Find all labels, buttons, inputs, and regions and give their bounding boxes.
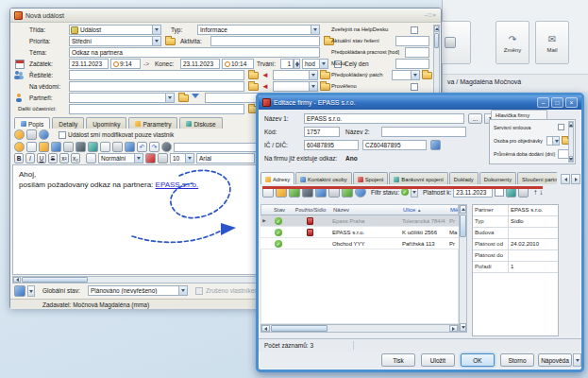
module-field[interactable]: [395, 59, 429, 69]
owner-only-checkbox[interactable]: [59, 131, 66, 139]
scroll-left-arrow[interactable]: [261, 325, 270, 332]
web-icon[interactable]: [39, 129, 49, 140]
scrollbar-thumb[interactable]: [22, 277, 88, 283]
close-icon[interactable]: ×: [565, 97, 578, 108]
scroll-right-arrow[interactable]: [449, 325, 458, 332]
folder-open-icon[interactable]: [39, 142, 49, 152]
filter-funnel-icon[interactable]: [192, 93, 200, 102]
world-icon[interactable]: [14, 142, 25, 152]
priority-combo[interactable]: Střední: [69, 36, 161, 46]
service-contract-checkbox[interactable]: [558, 124, 564, 130]
tab-adresy[interactable]: Adresy: [260, 172, 294, 184]
cancel-button[interactable]: Storno: [500, 353, 534, 367]
close-icon[interactable]: ×: [432, 12, 437, 18]
type-combo[interactable]: Informace: [197, 25, 320, 35]
folder-icon[interactable]: [178, 94, 189, 102]
duration-stepper[interactable]: [294, 59, 300, 69]
event-window-titlebar[interactable]: Nová událost – □ ×: [10, 9, 441, 23]
redo-icon[interactable]: ↷: [149, 142, 160, 152]
table-row[interactable]: ▶ ✓ Epass Praha Tolerancká 784/4 Pr: [260, 215, 459, 227]
underline-button[interactable]: U: [37, 153, 46, 163]
head-panel-scrollbar[interactable]: [568, 121, 574, 163]
tab-spojeni[interactable]: Spojení: [353, 172, 389, 184]
tab-detaily[interactable]: Detaily: [52, 117, 84, 129]
tab-scroll-left[interactable]: [561, 174, 570, 184]
solvers-field[interactable]: [69, 70, 244, 80]
end-date-field[interactable]: 23.11.2023: [180, 59, 220, 69]
assign-left-icon[interactable]: ◄: [261, 81, 269, 92]
subscript-button[interactable]: x₂: [71, 153, 80, 163]
book-icon[interactable]: [88, 142, 98, 152]
help-button[interactable]: Nápověda: [538, 353, 572, 367]
scroll-down-arrow[interactable]: [460, 323, 466, 332]
undo-icon[interactable]: ↶: [137, 142, 147, 152]
grid-icon[interactable]: [26, 129, 37, 140]
code-field[interactable]: 1757: [304, 127, 340, 137]
ic-field[interactable]: 60487895: [304, 140, 359, 150]
duration-unit-combo[interactable]: hod: [302, 59, 328, 69]
dic-field[interactable]: CZ60487895: [362, 140, 427, 150]
folder-icon[interactable]: [422, 72, 432, 79]
start-date-field[interactable]: 23.11.2023: [69, 59, 109, 69]
assign-left-icon[interactable]: ◄: [261, 70, 269, 80]
lookup-button[interactable]: ...: [468, 113, 482, 124]
folder-icon[interactable]: [248, 83, 259, 91]
tab-doklady[interactable]: Doklady: [449, 172, 479, 184]
folder-icon[interactable]: [248, 72, 259, 79]
help-dropdown[interactable]: [573, 353, 581, 367]
save-icon[interactable]: [51, 142, 61, 152]
tab-upominky[interactable]: Upomínky: [86, 117, 126, 129]
participants-field[interactable]: [69, 104, 244, 114]
helpdesk-publish-checkbox[interactable]: [411, 26, 418, 34]
folder-icon[interactable]: [320, 72, 330, 79]
name1-field[interactable]: EPASS s.r.o.: [304, 113, 464, 124]
save-button[interactable]: Uložit: [421, 353, 455, 367]
status-check-icon[interactable]: ✓: [401, 188, 409, 196]
table-row[interactable]: ✓ Obchod YYY Pařížská 113 Pr: [260, 238, 459, 249]
col-nazev[interactable]: Název: [331, 207, 401, 213]
partners-combo[interactable]: [69, 93, 175, 103]
order-person-combo[interactable]: [546, 136, 560, 146]
col-stav[interactable]: Stav: [269, 207, 290, 213]
scrollbar-thumb[interactable]: [460, 215, 466, 237]
tab-popis[interactable]: Popis: [14, 117, 50, 129]
registry-lookup-icon[interactable]: [430, 140, 441, 150]
minimize-icon[interactable]: –: [537, 97, 549, 108]
verified-checkbox[interactable]: [411, 83, 418, 91]
print-icon[interactable]: [63, 142, 74, 152]
global-state-combo[interactable]: Plánováno (nevyřešeno): [88, 285, 188, 296]
scroll-left-arrow[interactable]: [13, 277, 21, 283]
style-combo[interactable]: Normální: [98, 153, 143, 163]
status-grid-icon[interactable]: [14, 285, 25, 297]
copy-icon[interactable]: [100, 142, 110, 152]
col-ulice-sorted[interactable]: Ulice ▲: [401, 207, 450, 213]
effort-field[interactable]: [405, 47, 429, 58]
font-family-field[interactable]: Arial: [196, 153, 255, 163]
folder-icon[interactable]: [320, 83, 330, 91]
partner-link[interactable]: EPASS s.r.o.: [156, 180, 199, 189]
table-hscrollbar[interactable]: [260, 324, 459, 333]
class-combo[interactable]: Událost: [69, 25, 161, 35]
search-icon[interactable]: [76, 142, 86, 152]
font-size-combo[interactable]: 10: [170, 153, 194, 163]
strikethrough-button[interactable]: S: [48, 153, 58, 163]
tab-scroll-right[interactable]: [571, 174, 580, 184]
highlight-pen-icon[interactable]: [145, 153, 156, 163]
duration-field[interactable]: 1: [280, 59, 294, 69]
start-time-field[interactable]: 9:14: [110, 59, 141, 69]
scroll-up-arrow[interactable]: [434, 26, 439, 32]
stamp-icon[interactable]: [158, 153, 168, 163]
scroll-down-arrow[interactable]: [569, 156, 573, 162]
table-header[interactable]: Stav Použito/Sídlo Název Ulice ▲ Mě: [260, 204, 459, 215]
cc-field[interactable]: [69, 81, 244, 92]
status-dropdown[interactable]: [27, 285, 35, 297]
paste-icon[interactable]: [125, 142, 135, 152]
current-state-field[interactable]: [395, 36, 429, 46]
paragraph-icon[interactable]: [86, 153, 96, 163]
swap-dates-icon[interactable]: ->: [143, 59, 149, 69]
maximize-icon[interactable]: □: [551, 97, 563, 108]
name2-field[interactable]: [381, 127, 466, 137]
superscript-button[interactable]: x²: [59, 153, 69, 163]
company-window-titlebar[interactable]: Editace firmy - EPASS s.r.o. – □ ×: [259, 95, 581, 110]
calendar-icon[interactable]: [495, 187, 504, 197]
